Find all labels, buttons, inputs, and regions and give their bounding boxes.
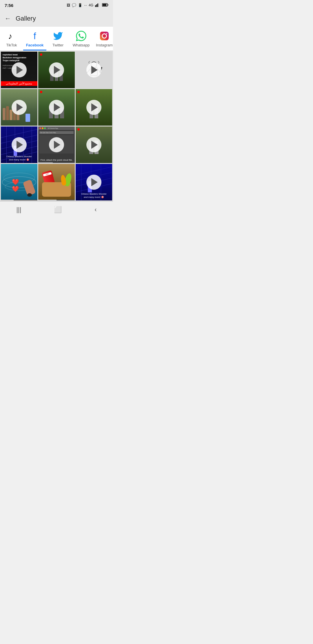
tiktok-label: TikTok: [6, 43, 17, 47]
status-icons: 🖼 💬 📱 ··· 4G: [67, 3, 108, 8]
more-icon: ···: [84, 3, 87, 7]
red-indicator-9: [77, 128, 80, 131]
grid-item-4[interactable]: [1, 89, 37, 126]
home-button[interactable]: ⬜: [54, 206, 62, 214]
red-indicator-2: [40, 53, 42, 56]
svg-rect-2: [97, 3, 98, 7]
tab-tiktok[interactable]: ♪ TikTok: [0, 27, 23, 50]
status-bar: 7:56 🖼 💬 📱 ··· 4G: [0, 0, 113, 10]
grid-item-2[interactable]: [38, 52, 75, 88]
whatsapp-status-icon: 📱: [78, 3, 82, 7]
grid-item-12[interactable]: Orbeez Blasters Shooterand many more! 🎯: [76, 164, 112, 200]
grid-item-10[interactable]: ❤️❤️: [1, 164, 37, 200]
status-time: 7:56: [5, 3, 13, 8]
signal-icon: [95, 3, 100, 8]
terminal-caption: exploitasi lewatBackdoor menggunakanTroj…: [1, 52, 37, 64]
grid-item-1[interactable]: exploitasi lewatBackdoor menggunakanTroj…: [1, 52, 37, 88]
tab-twitter[interactable]: Twitter: [46, 27, 70, 50]
tab-facebook[interactable]: f Facebook: [23, 27, 46, 50]
social-tabs: ♪ TikTok f Facebook Twitter Whatsapp: [0, 27, 113, 51]
play-button-5[interactable]: [49, 100, 64, 115]
whatsapp-icon: [75, 30, 88, 42]
bottom-nav: ||| ⬜ ‹: [0, 201, 113, 218]
battery-icon: [102, 3, 108, 8]
instagram-label: Instagram: [96, 43, 113, 47]
back-button[interactable]: ←: [5, 15, 11, 22]
recent-apps-button[interactable]: |||: [16, 206, 21, 214]
back-nav-button[interactable]: ‹: [94, 206, 97, 214]
media-grid: exploitasi lewatBackdoor menggunakanTroj…: [0, 51, 113, 201]
svg-point-10: [106, 33, 107, 34]
orbeez-caption-12: Orbeez Blasters Shooterand many more! 🎯: [76, 193, 112, 199]
top-bar: ← Gallery: [0, 10, 113, 27]
svg-rect-0: [95, 5, 96, 7]
hearts-overlay: ❤️❤️: [12, 178, 19, 192]
grid-item-11[interactable]: hello: [38, 164, 75, 200]
twitter-label: Twitter: [52, 43, 63, 47]
grid-item-6[interactable]: [76, 89, 112, 126]
arabic-banner: مجتمع الأمن المعلوماتي: [1, 81, 37, 86]
svg-rect-6: [103, 4, 107, 6]
image-icon: 🖼: [67, 3, 70, 7]
instagram-icon: [98, 30, 111, 42]
grid-item-3[interactable]: [76, 52, 112, 88]
network-label: 4G: [89, 3, 93, 7]
tiktok-icon: ♪: [5, 30, 18, 42]
svg-rect-8: [100, 32, 109, 40]
play-button-7[interactable]: [12, 137, 27, 152]
red-indicator-6: [77, 91, 80, 93]
facebook-icon: f: [28, 30, 41, 42]
svg-text:♪: ♪: [8, 32, 12, 41]
play-button-12[interactable]: [86, 175, 101, 190]
play-button-2[interactable]: [49, 62, 64, 77]
twitter-icon: [52, 30, 64, 42]
red-indicator-5: [40, 91, 42, 93]
whatsapp-label: Whatsapp: [73, 43, 90, 47]
play-button-1[interactable]: [12, 62, 27, 77]
grid-item-9[interactable]: [76, 126, 112, 163]
play-button-9[interactable]: [86, 137, 101, 152]
play-button-3[interactable]: [86, 62, 101, 77]
play-button-4[interactable]: [12, 100, 27, 115]
svg-rect-1: [96, 4, 97, 7]
svg-rect-5: [108, 4, 108, 6]
play-button-8[interactable]: [49, 137, 64, 152]
page-title: Gallery: [16, 15, 36, 22]
tab-instagram[interactable]: Instagram: [93, 27, 113, 50]
tab-whatsapp[interactable]: Whatsapp: [70, 27, 93, 50]
play-button-6[interactable]: [86, 100, 101, 115]
grid-item-7[interactable]: Orbeez Blasters Shooterand many more! 🎯: [1, 126, 37, 163]
svg-rect-3: [99, 3, 99, 7]
grid-item-5[interactable]: [38, 89, 75, 126]
message-icon: 💬: [72, 3, 76, 7]
orbeez-caption-7: Orbeez Blasters Shooterand many more! 🎯: [1, 155, 37, 161]
grid-item-8[interactable]: 3DViewerApp File Edit View Tools Help Fi…: [38, 126, 75, 163]
svg-line-28: [76, 167, 112, 175]
point-cloud-caption: First, attach the point cloud file.: [38, 159, 75, 161]
facebook-label: Facebook: [26, 43, 44, 47]
